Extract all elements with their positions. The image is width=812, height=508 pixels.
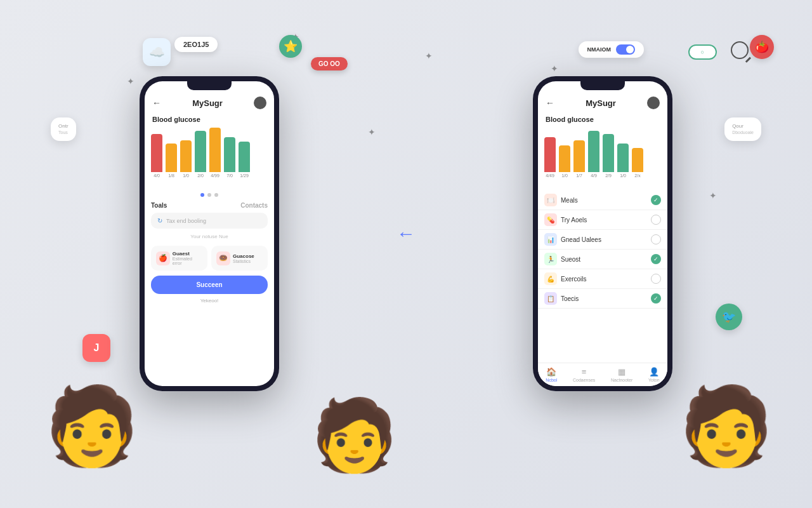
left-bar-5: 7/0 (224, 137, 235, 178)
tomato-icon-float: 🍅 (750, 35, 774, 59)
right-phone-screen: ← MySugr Blood glucose 4/491/01/74/92/91… (538, 81, 667, 386)
nav-label-2: Nactnooter (611, 378, 632, 382)
checklist-icon-4: 💪 (544, 272, 557, 285)
left-bar-6: 1/29 (239, 142, 250, 178)
left-speech-bubble: Ontr Tous (51, 117, 76, 141)
left-card-1[interactable]: 🍎 Guaest Estimated error (151, 246, 207, 271)
left-bubble-text-2: Tous (58, 130, 69, 136)
right-bar-3: 4/9 (588, 131, 599, 178)
left-bubble-text-1: Ontr (58, 123, 69, 130)
left-profile-icon[interactable] (254, 97, 266, 109)
left-input-row[interactable]: ↻ Tax end booling (151, 213, 268, 229)
left-big-button[interactable]: Succeen (151, 276, 268, 294)
checklist-label-5: Toecis (561, 295, 647, 302)
checklist-icon-2: 📊 (544, 233, 557, 246)
left-card-2-text: Guacose Statistics (233, 253, 254, 264)
toggle-switch[interactable] (616, 44, 635, 55)
left-bars-container: 4/01/81/02/04/997/01/29 (151, 130, 268, 180)
right-app-title: MySugr (586, 98, 616, 108)
checklist-item-0[interactable]: 🍽️Meals✓ (538, 190, 667, 210)
left-bar-3: 2/0 (195, 131, 206, 178)
checklist-label-4: Exercoils (561, 276, 647, 283)
right-bottom-nav: 🏠Ncbol≡Codaenses▦Nactnooter👤Yoton (538, 363, 667, 386)
right-bar-4: 2/9 (603, 134, 614, 178)
outline-pill-float: ○ (688, 44, 717, 60)
checklist-item-4[interactable]: 💪Exercoils (538, 269, 667, 289)
nav-icon-0: 🏠 (546, 367, 556, 377)
right-back-arrow[interactable]: ← (546, 98, 554, 108)
checklist-item-5[interactable]: 📋Toecis✓ (538, 289, 667, 309)
right-section-label: Blood glucose (538, 113, 667, 127)
left-bar-4: 4/99 (209, 128, 221, 178)
checklist-check-3[interactable]: ✓ (651, 254, 661, 264)
nav-label-1: Codaenses (573, 378, 595, 382)
sparkle-1: ✦ (127, 76, 134, 86)
checklist-icon-3: 🏃 (544, 253, 557, 265)
right-bar-1: 1/0 (559, 145, 570, 178)
nav-label-3: Yoton (648, 378, 660, 382)
right-toggle-badge: NMAIOM (579, 41, 645, 58)
checklist-item-2[interactable]: 📊Gnead Ualees (538, 230, 667, 250)
person-middle: 🧑 (311, 400, 398, 470)
right-bar-0: 4/49 (544, 137, 556, 178)
checklist-check-2[interactable] (651, 234, 661, 244)
nav-item-3[interactable]: 👤Yoton (648, 367, 660, 382)
person-right: 🧑 (679, 387, 774, 464)
left-chart: 4/01/81/02/04/997/01/29 (145, 127, 274, 190)
nav-label-0: Ncbol (546, 378, 557, 382)
person-left: 🧑 (44, 387, 140, 464)
left-tab-toals[interactable]: Toals (151, 202, 167, 209)
left-input-text: Tax end booling (166, 218, 206, 224)
right-profile-icon[interactable] (647, 97, 660, 109)
dot-active (200, 193, 204, 197)
left-card-1-sub: Estimated error (173, 257, 202, 265)
checklist-item-1[interactable]: 💊Try Aoels (538, 210, 667, 230)
left-card-2-title: Guacose (233, 253, 254, 259)
left-card-1-icon: 🍎 (156, 251, 170, 265)
nav-icon-2: ▦ (618, 367, 625, 377)
nav-item-1[interactable]: ≡Codaenses (573, 367, 595, 382)
checklist-check-1[interactable] (651, 215, 661, 225)
nav-item-0[interactable]: 🏠Ncbol (546, 367, 557, 382)
left-card-2-icon: 🍩 (216, 251, 230, 265)
scene: ✦ ✦ ✦ ✦ ✦ ✦ ✦ ✦ ✦ ☁️ 2EO1J5 ⭐ GO OO J On… (0, 0, 812, 508)
left-list-header: Toals Contacts (151, 202, 268, 209)
left-phone-wrapper: ← MySugr Blood glucose 4/01/81/02/04/997… (140, 76, 279, 391)
checklist-label-3: Sueost (561, 256, 647, 263)
dot-inactive-2 (214, 193, 218, 197)
checklist-check-4[interactable] (651, 274, 661, 284)
left-phone: ← MySugr Blood glucose 4/01/81/02/04/997… (140, 76, 279, 391)
right-phone-wrapper: ← MySugr Blood glucose 4/491/01/74/92/91… (533, 76, 672, 391)
left-bar-0: 4/0 (151, 134, 162, 178)
left-link-text[interactable]: Yekeoo! (145, 298, 274, 306)
right-bar-2: 1/7 (573, 140, 585, 178)
checklist-label-2: Gnead Ualees (561, 236, 647, 243)
right-speech-bubble: Qour Dboduoale (724, 117, 761, 141)
checklist-check-5[interactable]: ✓ (651, 293, 661, 304)
left-bar-2: 1/0 (180, 140, 192, 178)
left-bar-1: 1/8 (166, 144, 177, 178)
left-top-badge: 2EO1J5 (174, 37, 218, 52)
magnifier-icon-float (731, 41, 749, 59)
checklist-check-0[interactable]: ✓ (651, 195, 661, 205)
checklist-item-3[interactable]: 🏃Sueost✓ (538, 250, 667, 269)
checklist-label-1: Try Aoels (561, 217, 647, 224)
left-card-1-text: Guaest Estimated error (173, 251, 202, 265)
nav-item-2[interactable]: ▦Nactnooter (611, 367, 632, 382)
right-app-header: ← MySugr (538, 94, 667, 113)
right-bubble-text-1: Qour (732, 123, 754, 130)
dot-inactive-1 (207, 193, 211, 197)
nav-icon-3: 👤 (649, 367, 659, 377)
left-card-2[interactable]: 🍩 Guacose Statistics (211, 246, 268, 271)
red-badge-float: GO OO (311, 57, 348, 70)
checklist-icon-5: 📋 (544, 292, 557, 305)
left-input-icon: ↻ (157, 217, 162, 224)
left-phone-screen: ← MySugr Blood glucose 4/01/81/02/04/997… (145, 81, 274, 386)
sparkle-6: ✦ (551, 64, 558, 74)
left-back-arrow[interactable]: ← (152, 98, 161, 108)
checklist-icon-0: 🍽️ (544, 194, 557, 206)
left-tab-contacts[interactable]: Contacts (240, 202, 268, 209)
right-bar-5: 1/0 (617, 144, 629, 178)
right-chart: 4/491/01/74/92/91/02/x (538, 127, 667, 190)
left-note-text: Your notuse Nue (151, 232, 268, 243)
